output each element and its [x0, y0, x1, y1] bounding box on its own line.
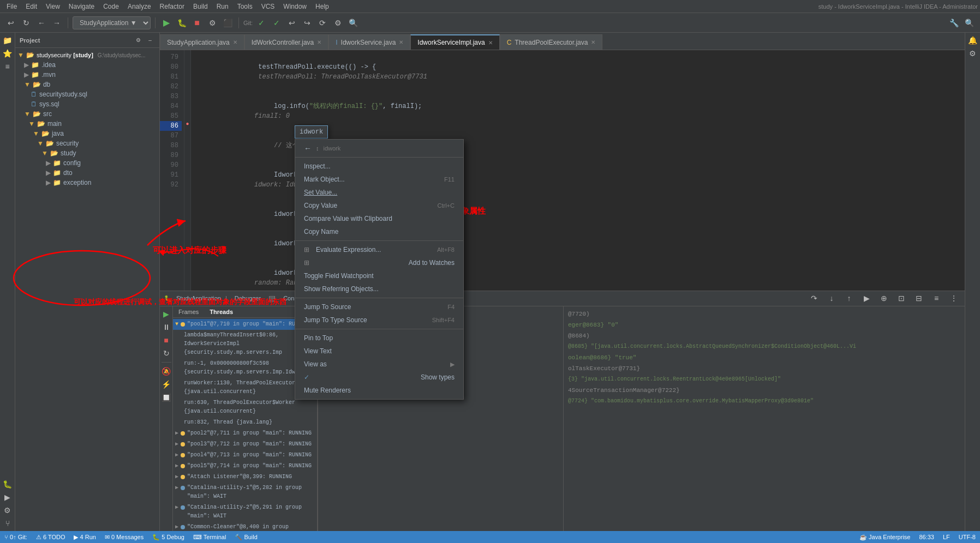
menu-build[interactable]: Build: [189, 0, 212, 13]
ctx-view-as[interactable]: View as ▶: [295, 358, 463, 371]
debug-action-1[interactable]: ↷: [808, 292, 821, 305]
thread-attach[interactable]: ▶ "Attach Listener"@8,399: RUNNING: [173, 472, 317, 482]
structure-icon[interactable]: ≡: [2, 61, 13, 72]
debug-sidebar-icon[interactable]: 🐛: [2, 479, 13, 490]
status-build[interactable]: 🔨 Build: [235, 534, 258, 541]
tree-main[interactable]: ▼ 📂 main: [15, 119, 159, 129]
pause-icon[interactable]: ⏸: [161, 322, 172, 333]
git-forward[interactable]: ↪: [301, 16, 314, 29]
toolbar-search2[interactable]: 🔍: [963, 16, 976, 29]
tree-syssql[interactable]: 🗒 sys.sql: [15, 99, 159, 109]
thread-pool2[interactable]: ▶ "pool2"@7,711 in group "main": RUNNING: [173, 428, 317, 439]
status-java-enterprise[interactable]: ☕ Java Enterprise: [859, 534, 910, 541]
services-icon[interactable]: ⚙: [2, 505, 13, 516]
stop-icon[interactable]: ■: [161, 335, 172, 346]
run-sidebar-icon[interactable]: ▶: [2, 492, 13, 503]
status-terminal[interactable]: ⌨ Terminal: [193, 534, 226, 541]
tab-studyapp-close[interactable]: ✕: [233, 39, 237, 45]
git-refresh[interactable]: ⟳: [316, 16, 329, 29]
status-messages[interactable]: ✉ 0 Messages: [105, 534, 144, 541]
tree-study[interactable]: ▼ 📂 study: [15, 148, 159, 158]
force-icon[interactable]: ⚡: [161, 379, 172, 390]
debug-action-9[interactable]: ⋮: [947, 292, 960, 305]
tree-idea[interactable]: ▶ 📁 .idea: [15, 60, 159, 70]
tab-service[interactable]: I IdworkService.java ✕: [328, 34, 410, 50]
ctx-mute-renderers[interactable]: Mute Renderers: [295, 384, 463, 397]
tab-serviceimpl-close[interactable]: ✕: [488, 40, 493, 46]
tab-controller-close[interactable]: ✕: [317, 39, 321, 45]
ctx-pin-top[interactable]: Pin to Top: [295, 331, 463, 345]
thread-frame5[interactable]: run:832, Thread {java.lang}: [173, 417, 317, 428]
thread-catalina1[interactable]: ▶ "Catalina-utility-1"@5,282 in group "m…: [173, 482, 317, 502]
thread-catalina2[interactable]: ▶ "Catalina-utility-2"@5,291 in group "m…: [173, 502, 317, 522]
menu-view[interactable]: View: [41, 0, 64, 13]
thread-pool5[interactable]: ▶ "pool5"@7,714 in group "main": RUNNING: [173, 461, 317, 472]
debug-action-7[interactable]: ⊟: [912, 292, 925, 305]
toolbar-back[interactable]: ↩: [4, 16, 17, 29]
thread-frame4[interactable]: run:630, ThreadPoolExecutor$Worker {java…: [173, 397, 317, 417]
status-run[interactable]: ▶ 4 Run: [74, 534, 95, 541]
menu-edit[interactable]: Edit: [21, 0, 41, 13]
project-minimize[interactable]: –: [145, 35, 155, 45]
menu-analyze[interactable]: Analyze: [123, 0, 156, 13]
thread-cleaner[interactable]: ▶ "Common-Cleaner"@8,400 in group "Innoc…: [173, 522, 317, 532]
toolbar-build2[interactable]: ⬛: [221, 16, 234, 29]
menu-navigate[interactable]: Navigate: [64, 0, 99, 13]
tree-java[interactable]: ▼ 📂 java: [15, 129, 159, 138]
tree-config[interactable]: ▶ 📁 config: [15, 158, 159, 168]
ctx-add-watches[interactable]: ⊞ Add to Watches: [295, 256, 463, 269]
tab-controller[interactable]: IdWorkController.java ✕: [244, 34, 329, 50]
tree-security[interactable]: ▼ 📂 security: [15, 138, 159, 148]
toolbar-debug[interactable]: 🐛: [175, 16, 188, 29]
ctx-view-text[interactable]: View Text: [295, 345, 463, 358]
threads-tab[interactable]: Threads: [206, 307, 236, 316]
bookmark-icon[interactable]: ⭐: [2, 48, 13, 59]
toolbar-redo[interactable]: →: [50, 16, 63, 29]
tree-db[interactable]: ▼ 📂 db: [15, 80, 159, 89]
debug-action-3[interactable]: ↑: [842, 292, 856, 305]
menu-file[interactable]: File: [2, 0, 21, 13]
ctx-mark-object[interactable]: Mark Object... F11: [295, 173, 463, 186]
debug-action-4[interactable]: ▶: [860, 292, 873, 305]
ctx-evaluate[interactable]: ⊞ Evaluate Expression... Alt+F8: [295, 243, 463, 256]
menu-refactor[interactable]: Refactor: [156, 0, 189, 13]
git-sidebar-icon[interactable]: ⑂: [2, 518, 13, 529]
toolbar-wrench[interactable]: 🔧: [947, 16, 960, 29]
ctx-copy-name[interactable]: Copy Name: [295, 225, 463, 238]
ctx-back-arrow[interactable]: ←: [304, 144, 312, 153]
ctx-inspect[interactable]: Inspect...: [295, 160, 463, 173]
ctx-toggle-watchpoint[interactable]: Toggle Field Watchpoint: [295, 269, 463, 282]
debug-action-2[interactable]: ↓: [825, 292, 838, 305]
toolbar-undo[interactable]: ←: [35, 16, 48, 29]
tree-src[interactable]: ▼ 📂 src: [15, 109, 159, 119]
toolbar-stop[interactable]: ■: [190, 16, 204, 29]
git-check[interactable]: ✓: [255, 16, 268, 29]
toolbar-refresh[interactable]: ↻: [20, 16, 33, 29]
debug-action-6[interactable]: ⊡: [895, 292, 908, 305]
tree-securitysql[interactable]: 🗒 securitystudy.sql: [15, 89, 159, 99]
notification-icon[interactable]: 🔔: [967, 35, 978, 46]
app-selector[interactable]: StudyApplication ▼: [73, 16, 151, 29]
tab-threadpool-close[interactable]: ✕: [591, 39, 595, 45]
status-debug[interactable]: 🐛 5 Debug: [152, 534, 184, 541]
menu-tools[interactable]: Tools: [233, 0, 257, 13]
thread-pool4[interactable]: ▶ "pool4"@7,713 in group "main": RUNNING: [173, 450, 317, 461]
tree-root[interactable]: ▼ 📂 studysecurity [study] G:\study\study…: [15, 50, 159, 60]
thread-pool3[interactable]: ▶ "pool3"@7,712 in group "main": RUNNING: [173, 439, 317, 450]
toolbar-run[interactable]: ▶: [160, 16, 173, 29]
debug-action-5[interactable]: ⊕: [877, 292, 891, 305]
tree-dto[interactable]: ▶ 📁 dto: [15, 168, 159, 178]
right-settings-icon[interactable]: ⚙: [967, 48, 978, 59]
toolbar-build[interactable]: ⚙: [206, 16, 219, 29]
ctx-copy-value[interactable]: Copy Value Ctrl+C: [295, 199, 463, 212]
debugger-tab[interactable]: Debugger: [231, 294, 264, 303]
ctx-show-referring[interactable]: Show Referring Objects...: [295, 282, 463, 295]
project-config[interactable]: ⚙: [133, 35, 143, 45]
frames-tab[interactable]: Frames: [175, 307, 202, 316]
tab-service-close[interactable]: ✕: [399, 39, 403, 45]
menu-code[interactable]: Code: [99, 0, 123, 13]
ctx-set-value[interactable]: Set Value...: [295, 186, 463, 199]
menu-vcs[interactable]: VCS: [257, 0, 279, 13]
menu-window[interactable]: Window: [279, 0, 311, 13]
git-settings[interactable]: ⚙: [331, 16, 344, 29]
